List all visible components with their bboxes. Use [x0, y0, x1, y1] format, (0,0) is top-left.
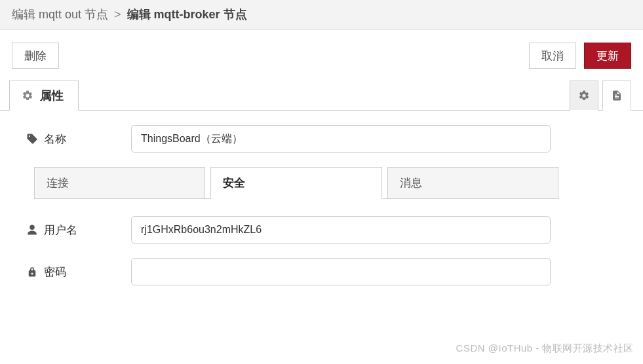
label-password: 密码	[26, 264, 131, 280]
sub-tab-messages[interactable]: 消息	[387, 167, 558, 198]
delete-button[interactable]: 删除	[12, 43, 59, 69]
sub-tabs: 连接 安全 消息	[34, 167, 558, 199]
label-user-text: 用户名	[44, 223, 77, 238]
top-tabs-row: 属性	[0, 81, 643, 111]
user-input[interactable]	[131, 216, 551, 244]
document-icon	[611, 90, 623, 101]
sub-tab-connection[interactable]: 连接	[34, 167, 205, 198]
name-input[interactable]	[131, 125, 551, 153]
label-name: 名称	[26, 132, 131, 147]
user-icon	[26, 224, 38, 236]
tab-properties-label: 属性	[40, 88, 64, 103]
label-name-text: 名称	[44, 132, 66, 147]
tab-description-panel[interactable]	[602, 81, 631, 111]
row-password: 密码	[26, 258, 617, 285]
cancel-button[interactable]: 取消	[529, 43, 576, 69]
gear-icon	[22, 90, 33, 101]
watermark: CSDN @IoTHub - 物联网开源技术社区	[456, 342, 634, 355]
gear-icon	[578, 90, 590, 101]
password-input[interactable]	[131, 258, 551, 285]
sub-tab-security[interactable]: 安全	[210, 167, 381, 199]
tab-properties[interactable]: 属性	[9, 81, 79, 111]
form-area: 名称 连接 安全 消息 用户名 密码	[0, 111, 643, 285]
breadcrumb-parent[interactable]: 编辑 mqtt out 节点	[12, 8, 108, 21]
row-name: 名称	[26, 125, 617, 153]
tab-settings-panel[interactable]	[570, 81, 598, 111]
label-password-text: 密码	[44, 264, 66, 280]
breadcrumb-separator: >	[111, 8, 124, 21]
lock-icon	[26, 266, 38, 278]
breadcrumb-current: 编辑 mqtt-broker 节点	[127, 8, 247, 21]
toolbar-right: 取消 更新	[529, 43, 631, 69]
tag-icon	[26, 133, 38, 145]
update-button[interactable]: 更新	[584, 43, 631, 69]
tabs-spacer	[79, 81, 570, 110]
toolbar: 删除 取消 更新	[0, 29, 643, 81]
label-user: 用户名	[26, 223, 131, 238]
row-user: 用户名	[26, 216, 617, 244]
breadcrumb: 编辑 mqtt out 节点 > 编辑 mqtt-broker 节点	[0, 0, 643, 29]
